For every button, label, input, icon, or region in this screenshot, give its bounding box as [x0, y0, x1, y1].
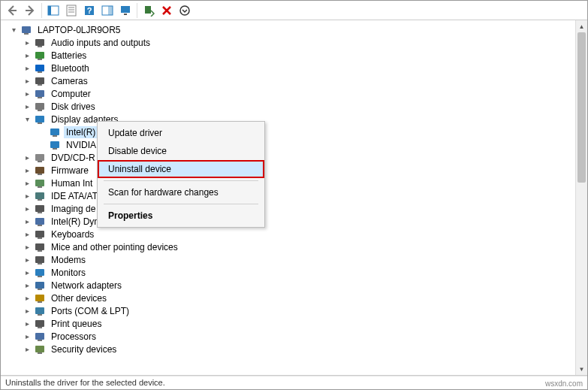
x-icon: [161, 5, 173, 17]
tree-category-chip[interactable]: Intel(R) Dynamic Platform and Thermal Fr…: [4, 215, 575, 228]
tree-label: IDE ATA/AT: [49, 190, 100, 202]
expander-icon[interactable]: [8, 25, 19, 35]
monitor-button[interactable]: [117, 2, 134, 19]
tree-category-battery[interactable]: Batteries: [4, 49, 575, 62]
remove-button[interactable]: [158, 2, 175, 19]
svg-rect-17: [38, 46, 42, 47]
svg-rect-33: [53, 148, 57, 150]
scroll-up-icon[interactable]: ▲: [576, 20, 587, 32]
svg-rect-21: [38, 71, 42, 73]
expander-icon[interactable]: [37, 127, 47, 138]
tree-category-imaging[interactable]: Imaging de: [4, 202, 575, 215]
expander-icon[interactable]: [22, 344, 32, 355]
scroll-down-icon[interactable]: ▼: [576, 363, 587, 375]
properties-button[interactable]: [63, 2, 80, 19]
expander-icon[interactable]: [22, 165, 32, 176]
tree-label: Firmware: [49, 165, 91, 177]
expander-icon[interactable]: [22, 280, 32, 291]
tree-category-ide[interactable]: IDE ATA/AT: [4, 189, 575, 202]
expander-icon[interactable]: [22, 153, 32, 163]
tree-label: Audio inputs and outputs: [49, 37, 152, 49]
expander-icon[interactable]: [22, 204, 32, 214]
view-button[interactable]: [99, 2, 116, 19]
scroll-thumb[interactable]: [577, 32, 586, 183]
scan-button[interactable]: [140, 2, 157, 19]
tree-category-bluetooth[interactable]: Bluetooth: [4, 62, 575, 74]
expander-icon[interactable]: [22, 50, 32, 61]
ctx-disable-device[interactable]: Disable device: [98, 142, 264, 160]
forward-button[interactable]: [22, 2, 38, 19]
tree-root[interactable]: LAPTOP-0LJR9OR5: [4, 23, 575, 36]
tree-category-computer[interactable]: Computer: [4, 87, 575, 100]
svg-rect-59: [38, 314, 42, 316]
expander-icon[interactable]: [22, 191, 32, 201]
tree-category-dvd[interactable]: DVD/CD-R: [4, 151, 575, 164]
mouse-icon: [34, 241, 46, 253]
show-hidden-button[interactable]: [45, 2, 62, 19]
view-icon: [101, 5, 113, 17]
tree-category-printer[interactable]: Print queues: [4, 317, 575, 330]
chip-icon: [34, 216, 46, 228]
tree-category-security[interactable]: Security devices: [4, 343, 575, 355]
expander-icon[interactable]: [37, 140, 47, 150]
tree-label: Keyboards: [49, 228, 96, 240]
svg-rect-11: [124, 14, 127, 15]
svg-rect-63: [38, 340, 42, 341]
tree-category-cpu[interactable]: Processors: [4, 330, 575, 343]
tree-category-mouse[interactable]: Mice and other pointing devices: [4, 240, 575, 253]
svg-rect-61: [38, 327, 42, 328]
svg-rect-12: [145, 6, 151, 14]
hid-icon: [34, 177, 46, 189]
tree-device-nvidia[interactable]: NVIDIA: [4, 138, 575, 151]
ctx-properties[interactable]: Properties: [98, 207, 264, 225]
expander-icon[interactable]: [22, 268, 32, 278]
ctx-separator: [104, 204, 258, 204]
tree-category-firmware[interactable]: Firmware: [4, 164, 575, 177]
expander-icon[interactable]: [22, 306, 32, 316]
more-button[interactable]: [176, 2, 193, 19]
tree-category-hid[interactable]: Human Int: [4, 177, 575, 189]
help-button[interactable]: ?: [81, 2, 98, 19]
tree-category-modem[interactable]: Modems: [4, 253, 575, 266]
ctx-scan-hardware[interactable]: Scan for hardware changes: [98, 183, 264, 201]
expander-icon[interactable]: [22, 101, 32, 112]
expander-icon[interactable]: [22, 38, 32, 48]
tree-category-network[interactable]: Network adapters: [4, 279, 575, 292]
ctx-uninstall-device[interactable]: Uninstall device: [98, 160, 264, 178]
svg-rect-55: [38, 289, 42, 290]
tree-device-intel-r-[interactable]: Intel(R): [4, 125, 575, 138]
ctx-update-driver[interactable]: Update driver: [98, 124, 264, 142]
tree-category-camera[interactable]: Cameras: [4, 74, 575, 87]
svg-rect-44: [35, 218, 44, 225]
expander-icon[interactable]: [22, 242, 32, 252]
expander-icon[interactable]: [22, 89, 32, 99]
device-tree[interactable]: LAPTOP-0LJR9OR5 Audio inputs and outputs…: [1, 20, 575, 375]
tree-category-port[interactable]: Ports (COM & LPT): [4, 304, 575, 317]
tree-category-display[interactable]: Display adapters: [4, 113, 575, 125]
tree-label: Processors: [49, 331, 98, 343]
tree-category-audio[interactable]: Audio inputs and outputs: [4, 36, 575, 49]
tree-category-other[interactable]: Other devices: [4, 292, 575, 304]
svg-rect-51: [38, 263, 42, 265]
back-button[interactable]: [4, 2, 20, 19]
scrollbar[interactable]: ▲ ▼: [575, 20, 587, 375]
tree-category-monitor[interactable]: Monitors: [4, 266, 575, 279]
expander-icon[interactable]: [22, 319, 32, 329]
svg-rect-45: [38, 225, 42, 226]
tree-category-disk[interactable]: Disk drives: [4, 100, 575, 113]
expander-icon[interactable]: [22, 76, 32, 86]
display-icon: [34, 113, 46, 125]
tree-category-keyboard[interactable]: Keyboards: [4, 228, 575, 240]
expander-icon[interactable]: [22, 216, 32, 227]
expander-icon[interactable]: [22, 255, 32, 265]
expander-icon[interactable]: [22, 229, 32, 240]
expander-icon[interactable]: [22, 293, 32, 304]
tree-label: Computer: [49, 88, 93, 100]
panel-icon: [47, 5, 59, 17]
expander-icon[interactable]: [22, 63, 32, 74]
svg-rect-27: [38, 110, 42, 111]
expander-icon[interactable]: [22, 178, 32, 189]
expander-icon[interactable]: [22, 114, 32, 125]
expander-icon[interactable]: [22, 331, 32, 342]
ctx-separator: [104, 180, 258, 181]
